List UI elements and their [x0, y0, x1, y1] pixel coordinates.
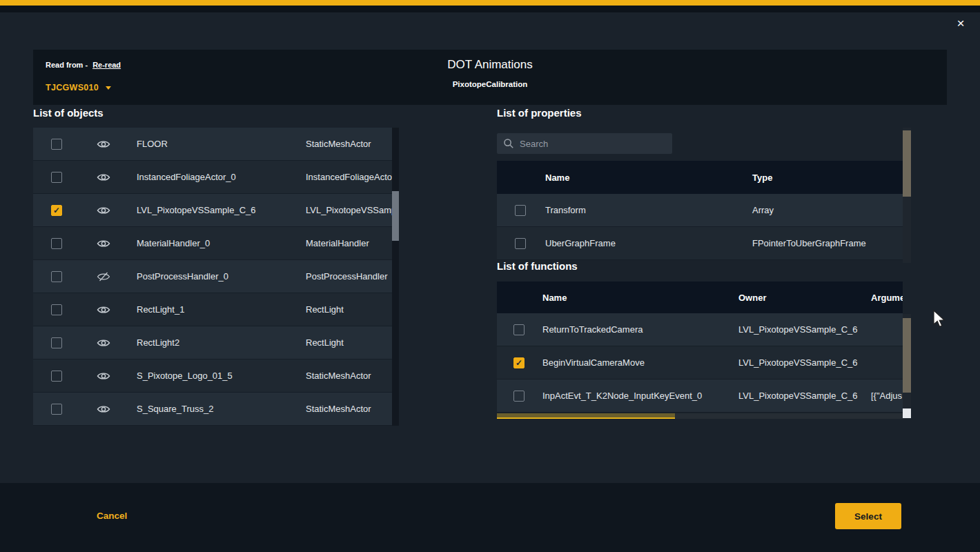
- functions-hscrollbar-track[interactable]: [497, 413, 903, 419]
- checkbox[interactable]: [51, 238, 62, 249]
- object-row: RectLight_1RectLight: [33, 293, 392, 326]
- checkbox-cell: [33, 172, 80, 183]
- column-header-type: Type: [751, 172, 903, 183]
- objects-table: FLOORStaticMeshActorInstancedFoliageActo…: [33, 128, 392, 426]
- property-name: UberGraphFrame: [544, 238, 751, 248]
- checkbox[interactable]: [513, 324, 525, 335]
- checkbox[interactable]: [513, 391, 525, 402]
- properties-table-header: Name Type: [497, 161, 903, 194]
- checkbox[interactable]: [51, 404, 62, 415]
- read-from-panel: Read from -Re-read TJCGWS010 DOT Animati…: [33, 50, 947, 105]
- checkbox-cell: ✓: [497, 357, 541, 368]
- functions-rows: ReturnToTrackedCameraLVL_PixotopeVSSampl…: [497, 313, 903, 413]
- property-type: FPointerToUberGraphFrame: [751, 238, 903, 248]
- object-type: StaticMeshActor: [296, 139, 392, 149]
- column-header-owner: Owner: [737, 293, 868, 303]
- object-name: S_Square_Truss_2: [127, 404, 296, 414]
- checkbox-cell: [33, 404, 80, 415]
- objects-scrollbar-thumb[interactable]: [392, 191, 399, 241]
- brand-accent-bar: [0, 0, 980, 6]
- visibility-icon[interactable]: [80, 172, 127, 182]
- visibility-icon[interactable]: [80, 206, 127, 215]
- object-name: S_Pixotope_Logo_01_5: [127, 371, 296, 381]
- object-row: PostProcessHandler_0PostProcessHandler: [33, 260, 392, 293]
- objects-scrollbar-track[interactable]: [392, 128, 399, 426]
- checkbox[interactable]: [51, 271, 62, 282]
- functions-scrollbar-track[interactable]: [903, 314, 911, 408]
- checkbox-cell: [33, 304, 80, 315]
- checkbox-cell: [497, 324, 541, 335]
- checkbox-cell: [33, 337, 80, 348]
- function-name: ReturnToTrackedCamera: [541, 324, 737, 335]
- checkbox-checked[interactable]: ✓: [513, 357, 525, 368]
- object-name: FLOOR: [127, 139, 296, 149]
- search-input[interactable]: [520, 139, 666, 149]
- checkbox[interactable]: [515, 205, 526, 216]
- checkbox-cell: [33, 271, 80, 282]
- dialog-subtitle: PixotopeCalibration: [33, 80, 947, 88]
- checkbox-cell: [497, 238, 544, 249]
- checkbox[interactable]: [51, 371, 62, 382]
- checkbox[interactable]: [51, 172, 62, 183]
- checkbox-cell: ✓: [33, 205, 80, 216]
- dialog: × Read from -Re-read TJCGWS010 DOT Anima…: [0, 0, 980, 552]
- visibility-icon[interactable]: [80, 404, 127, 414]
- property-row: UberGraphFrameFPointerToUberGraphFrame: [497, 227, 903, 260]
- select-button[interactable]: Select: [835, 503, 901, 529]
- function-owner: LVL_PixotopeVSSample_C_6: [737, 357, 868, 368]
- properties-rows: TransformArrayUberGraphFrameFPointerToUb…: [497, 194, 903, 260]
- object-type: InstancedFoliageActor: [296, 172, 392, 182]
- scrollbar-corner: [903, 408, 911, 418]
- visibility-icon[interactable]: [80, 371, 127, 381]
- cancel-button[interactable]: Cancel: [97, 511, 127, 521]
- property-name: Transform: [544, 205, 751, 215]
- function-row: ✓BeginVirtualCameraMoveLVL_PixotopeVSSam…: [497, 346, 903, 379]
- top-strip: [0, 6, 980, 12]
- object-type: MaterialHandler: [296, 238, 392, 248]
- properties-search[interactable]: [497, 133, 672, 154]
- functions-table-header: Name Owner Arguments: [497, 282, 903, 313]
- checkbox[interactable]: [51, 304, 62, 315]
- object-row: S_Square_Truss_2StaticMeshActor: [33, 393, 392, 426]
- object-row: InstancedFoliageActor_0InstancedFoliageA…: [33, 161, 392, 194]
- object-type: StaticMeshActor: [296, 371, 392, 381]
- object-row: MaterialHandler_0MaterialHandler: [33, 227, 392, 260]
- visibility-icon[interactable]: [80, 139, 127, 149]
- object-row: FLOORStaticMeshActor: [33, 128, 392, 161]
- functions-heading: List of functions: [497, 260, 578, 272]
- function-row: ReturnToTrackedCameraLVL_PixotopeVSSampl…: [497, 313, 903, 346]
- object-name: PostProcessHandler_0: [127, 271, 296, 282]
- object-name: RectLight_1: [127, 304, 296, 315]
- object-type: StaticMeshActor: [296, 404, 392, 414]
- functions-scrollbar-thumb[interactable]: [903, 318, 911, 393]
- object-name: InstancedFoliageActor_0: [127, 172, 296, 182]
- visibility-icon[interactable]: [80, 239, 127, 248]
- close-icon[interactable]: ×: [952, 15, 969, 32]
- function-owner: LVL_PixotopeVSSample_C_6: [737, 391, 868, 401]
- checkbox[interactable]: [51, 337, 62, 348]
- property-row: TransformArray: [497, 194, 903, 227]
- function-name: InpActEvt_T_K2Node_InputKeyEvent_0: [541, 391, 737, 401]
- object-name: LVL_PixotopeVSSample_C_6: [127, 205, 296, 215]
- objects-heading: List of objects: [33, 107, 104, 119]
- checkbox-checked[interactable]: ✓: [51, 205, 62, 216]
- properties-scrollbar-track[interactable]: [903, 128, 911, 263]
- properties-scrollbar-thumb[interactable]: [903, 130, 911, 197]
- checkbox[interactable]: [515, 238, 526, 249]
- column-header-name: Name: [541, 293, 737, 303]
- checkbox-cell: [33, 238, 80, 249]
- checkbox-cell: [33, 139, 80, 150]
- visibility-off-icon[interactable]: [80, 272, 127, 282]
- function-row: InpActEvt_T_K2Node_InputKeyEvent_0LVL_Pi…: [497, 379, 903, 413]
- function-arguments: [{"Adjus: [868, 391, 903, 401]
- functions-table: Name Owner Arguments ReturnToTrackedCame…: [497, 282, 903, 413]
- object-type: PostProcessHandler: [296, 271, 392, 282]
- functions-hscrollbar-thumb[interactable]: [497, 413, 675, 419]
- object-type: RectLight: [296, 337, 392, 348]
- checkbox[interactable]: [51, 139, 62, 150]
- visibility-icon[interactable]: [80, 338, 127, 348]
- visibility-icon[interactable]: [80, 305, 127, 315]
- search-icon: [503, 138, 514, 149]
- dialog-title: DOT Animations: [33, 58, 947, 72]
- object-row: S_Pixotope_Logo_01_5StaticMeshActor: [33, 359, 392, 393]
